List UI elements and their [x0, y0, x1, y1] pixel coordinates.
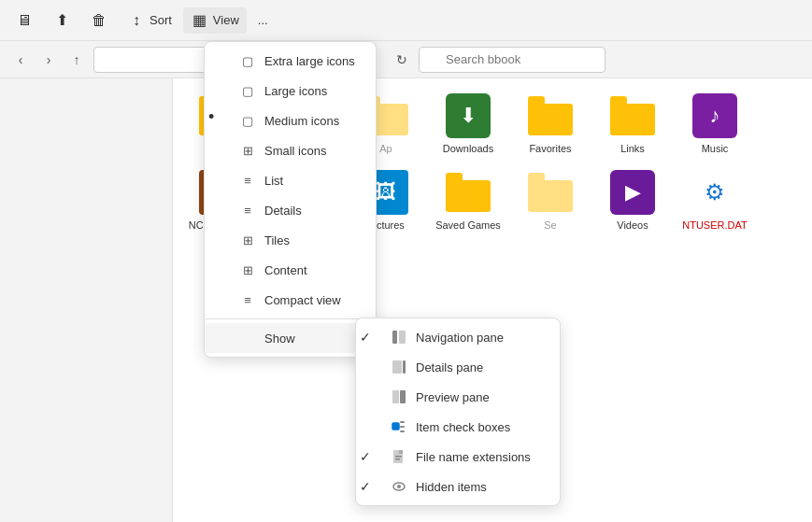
- item-check-boxes-label: Item check boxes: [416, 420, 548, 434]
- refresh-button[interactable]: ↻: [389, 47, 415, 73]
- nav-pane-icon: [390, 328, 408, 346]
- back-button[interactable]: ‹: [7, 47, 34, 73]
- item-check-boxes-icon: [390, 417, 408, 436]
- sort-button[interactable]: ↕ Sort: [120, 7, 179, 34]
- menu-item-compact-view[interactable]: ≡ Compact view: [205, 285, 376, 315]
- check-filename-ext: ✓: [360, 449, 375, 464]
- tiles-icon: ⊞: [238, 231, 257, 249]
- toolbar-icon-btn-1[interactable]: 🖥: [7, 7, 41, 34]
- file-name-ntuser: NTUSER.DAT: [682, 219, 747, 232]
- file-item-se[interactable]: Se: [513, 166, 588, 249]
- videos-folder-icon: ▶: [610, 170, 655, 215]
- sort-label: Sort: [150, 13, 172, 27]
- svg-rect-8: [400, 426, 405, 428]
- menu-item-show[interactable]: Show ›: [205, 323, 376, 353]
- more-label: ...: [258, 13, 268, 27]
- view-button[interactable]: ▦ View: [183, 7, 247, 34]
- svg-point-14: [397, 485, 401, 488]
- svg-rect-12: [395, 459, 400, 460]
- file-item-music[interactable]: ♪ Music: [677, 90, 752, 159]
- menu-item-list[interactable]: ≡ List: [205, 165, 376, 195]
- file-item-videos[interactable]: ▶ Videos: [595, 166, 670, 249]
- address-bar: ‹ › ↑ ⌄ ↻ 🔍: [0, 41, 812, 78]
- svg-rect-5: [400, 390, 406, 403]
- music-folder-icon: ♪: [692, 93, 737, 138]
- menu-item-content[interactable]: ⊞ Content: [205, 255, 376, 285]
- view-icon: ▦: [191, 11, 209, 30]
- menu-item-tiles[interactable]: ⊞ Tiles: [205, 225, 376, 255]
- svg-rect-3: [403, 360, 406, 374]
- up-button[interactable]: ↑: [64, 47, 90, 73]
- details-label: Details: [264, 204, 364, 218]
- content-icon: ⊞: [238, 261, 257, 279]
- extra-large-icon: ▢: [238, 51, 257, 70]
- menu-item-hidden-items[interactable]: ✓ Hidden items: [356, 472, 560, 501]
- tiles-label: Tiles: [264, 233, 364, 247]
- list-icon: ≡: [238, 171, 257, 190]
- delete-icon: 🗑: [90, 11, 108, 30]
- folder-icon-savedgames: [446, 170, 491, 215]
- ntuser-file-icon: ⚙: [692, 170, 737, 215]
- content-label: Content: [264, 263, 364, 277]
- svg-rect-1: [399, 331, 406, 344]
- menu-item-large-icons[interactable]: ▢ Large icons: [205, 76, 376, 106]
- svg-rect-0: [392, 331, 397, 344]
- menu-item-extra-large-icons[interactable]: ▢ Extra large icons: [205, 46, 376, 76]
- details-pane-icon: [390, 358, 408, 376]
- folder-icon-downloads: ⬇: [446, 93, 491, 138]
- medium-label: Medium icons: [264, 114, 364, 128]
- show-label: Show: [264, 332, 354, 346]
- sort-icon: ↕: [127, 11, 146, 30]
- menu-item-file-name-extensions[interactable]: ✓ File name extensions: [356, 442, 560, 472]
- file-name-se: Se: [544, 219, 556, 232]
- details-pane-label: Details pane: [416, 360, 548, 374]
- search-wrapper: 🔍: [419, 47, 605, 73]
- medium-icon: ▢: [238, 111, 257, 130]
- toolbar-delete-btn[interactable]: 🗑: [82, 7, 116, 34]
- search-input[interactable]: [419, 47, 605, 73]
- show-icon: [238, 329, 257, 347]
- folder-icon-links: [610, 93, 655, 138]
- menu-item-details-pane[interactable]: Details pane: [356, 352, 560, 382]
- file-item-favorites[interactable]: Favorites: [513, 90, 588, 159]
- large-icon: ▢: [238, 81, 257, 100]
- forward-button[interactable]: ›: [36, 47, 62, 73]
- menu-item-small-icons[interactable]: ⊞ Small icons: [205, 135, 376, 165]
- menu-item-item-check-boxes[interactable]: Item check boxes: [356, 412, 560, 442]
- view-label: View: [213, 13, 239, 27]
- folder-icon-music: ♪: [692, 93, 737, 138]
- menu-item-preview-pane[interactable]: Preview pane: [356, 382, 560, 412]
- file-item-ntuser[interactable]: ⚙ NTUSER.DAT: [677, 166, 752, 249]
- filename-extensions-label: File name extensions: [416, 450, 548, 464]
- show-submenu: ✓ Navigation pane Details pane Prev: [355, 317, 561, 506]
- hidden-items-icon: [390, 477, 408, 496]
- folder-icon-favorites: [528, 93, 573, 138]
- menu-item-navigation-pane[interactable]: ✓ Navigation pane: [356, 322, 560, 352]
- svg-rect-2: [392, 360, 402, 374]
- file-name-savedgames: Saved Games: [435, 219, 501, 232]
- file-icon-ntuser: ⚙: [692, 170, 737, 215]
- toolbar-share-btn[interactable]: ⬆: [45, 7, 78, 34]
- folder-icon-se: [528, 170, 573, 215]
- compact-label: Compact view: [264, 293, 364, 307]
- nav-actions: ‹ › ↑: [7, 47, 90, 73]
- menu-separator: [205, 318, 376, 319]
- file-item-savedgames[interactable]: Saved Games: [431, 166, 506, 249]
- share-icon: ⬆: [52, 11, 71, 30]
- toolbar: 🖥 ⬆ 🗑 ↕ Sort ▦ View ...: [0, 0, 812, 41]
- menu-item-medium-icons[interactable]: • ▢ Medium icons: [205, 106, 376, 135]
- large-label: Large icons: [264, 84, 364, 98]
- svg-rect-6: [392, 423, 399, 430]
- check-hidden: ✓: [360, 479, 375, 494]
- menu-item-details[interactable]: ≡ Details: [205, 195, 376, 225]
- more-button[interactable]: ...: [250, 9, 276, 31]
- file-item-links[interactable]: Links: [595, 90, 670, 159]
- extra-large-label: Extra large icons: [264, 54, 364, 68]
- preview-pane-label: Preview pane: [416, 390, 548, 404]
- compact-icon: ≡: [238, 290, 257, 309]
- file-name-downloads: Downloads: [443, 142, 493, 155]
- svg-rect-11: [395, 456, 402, 458]
- sidebar: [0, 78, 173, 522]
- file-item-downloads[interactable]: ⬇ Downloads: [431, 90, 506, 159]
- file-name-links: Links: [620, 142, 645, 155]
